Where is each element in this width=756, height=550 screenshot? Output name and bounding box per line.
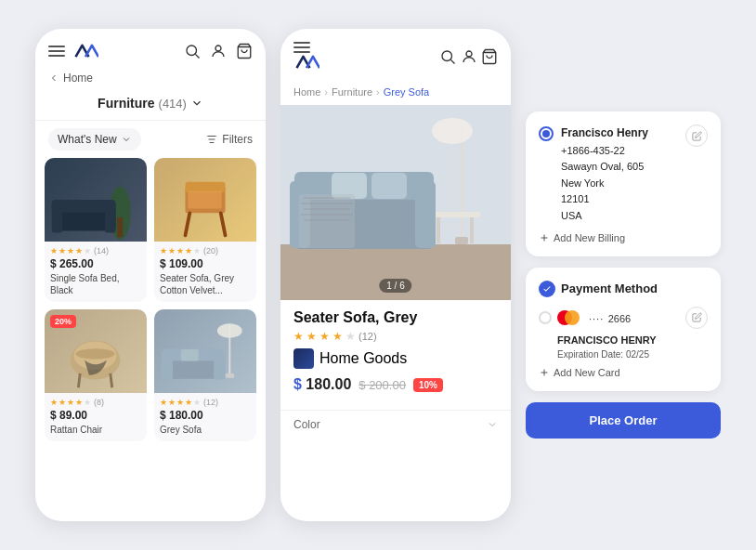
- grey-sofa-illustration: [154, 309, 256, 393]
- back-label: Home: [63, 72, 93, 85]
- category-row[interactable]: Furniture (414): [35, 92, 266, 121]
- color-row[interactable]: Color: [280, 410, 511, 439]
- svg-line-15: [185, 213, 189, 235]
- product-name-2: Seater Sofa, Grey Cotton Velvet...: [160, 272, 251, 296]
- card-number: 2666: [608, 313, 631, 324]
- card-holder-info: FRANCISCO HENRY Expiration Date: 02/25: [539, 334, 708, 360]
- product-name-1: Single Sofa Bed, Black: [50, 272, 141, 296]
- hero-indicator: 1 / 6: [379, 279, 411, 293]
- stars-4: ★ ★ ★ ★ ★ (12): [160, 398, 251, 407]
- place-order-button[interactable]: Place Order: [526, 402, 721, 439]
- filters-button[interactable]: Filters: [205, 133, 253, 146]
- hero-illustration: [280, 105, 511, 300]
- discount-badge-3: 20%: [50, 315, 76, 328]
- detail-stars: ★ ★ ★ ★ ★ (12): [293, 330, 498, 343]
- check-icon: [542, 284, 552, 294]
- plus-icon: [539, 232, 550, 243]
- product-info-4: ★ ★ ★ ★ ★ (12) $ 180.00 Grey Sofa: [154, 393, 256, 441]
- breadcrumb-furniture[interactable]: Furniture: [332, 86, 372, 98]
- back-icon: [48, 72, 59, 84]
- mid-cart-icon[interactable]: [481, 48, 498, 65]
- card-edit-button[interactable]: [685, 307, 708, 329]
- billing-name: Francisco Henry: [561, 124, 648, 142]
- card-radio[interactable]: [539, 311, 552, 324]
- product-card-1[interactable]: ★ ★ ★ ★ ★ (14) $ 265.00 Single Sofa Bed,…: [45, 158, 147, 302]
- billing-address: Sawayn Oval, 605: [561, 159, 648, 176]
- svg-rect-17: [188, 190, 221, 208]
- product-hero: 1 / 6: [280, 105, 511, 300]
- search-icon[interactable]: [184, 43, 201, 59]
- category-label: Furniture: [98, 96, 154, 111]
- svg-point-38: [432, 118, 473, 144]
- breadcrumb-active: Grey Sofa: [384, 86, 430, 98]
- product-image-2: [154, 158, 256, 242]
- product-price-1: $ 265.00: [50, 257, 141, 270]
- product-price-3: $ 89.00: [50, 409, 141, 422]
- price-old: $ 200.00: [358, 378, 406, 392]
- price-new: $ 180.00: [293, 376, 351, 393]
- product-name-3: Rattan Chair: [50, 424, 141, 436]
- svg-rect-12: [105, 203, 115, 233]
- billing-edit-button[interactable]: [685, 124, 708, 147]
- svg-rect-48: [371, 173, 407, 199]
- billing-radio[interactable]: [539, 126, 554, 141]
- edit-icon: [692, 131, 702, 141]
- whats-new-chip[interactable]: What's New: [48, 128, 141, 151]
- mid-icons: [439, 48, 498, 69]
- product-title: Seater Sofa, Grey: [293, 309, 498, 326]
- brand-name: Home Goods: [319, 350, 407, 367]
- card-left: ···· 2666: [539, 309, 631, 326]
- mid-search-icon[interactable]: [439, 48, 456, 65]
- price-row: $ 180.00 $ 200.00 10%: [293, 376, 498, 393]
- billing-header: Francisco Henry +1866-435-22 Sawayn Oval…: [539, 124, 708, 224]
- breadcrumb: Home › Furniture › Grey Sofa: [280, 83, 511, 105]
- product-grid: ★ ★ ★ ★ ★ (14) $ 265.00 Single Sofa Bed,…: [35, 158, 266, 451]
- card-number-row: ···· 2666: [589, 309, 631, 326]
- menu-icon[interactable]: [48, 46, 65, 57]
- color-label: Color: [293, 418, 320, 431]
- svg-point-33: [466, 51, 472, 57]
- svg-rect-25: [226, 373, 235, 378]
- product-card-3[interactable]: 20% ★ ★ ★ ★ ★: [45, 309, 147, 441]
- svg-line-21: [78, 373, 80, 387]
- billing-left: Francisco Henry +1866-435-22 Sawayn Oval…: [539, 124, 648, 224]
- product-price-4: $ 180.00: [160, 409, 251, 422]
- product-card-2[interactable]: ★ ★ ★ ★ ★ (20) $ 109.00 Seater Sofa, Gre…: [154, 158, 256, 302]
- svg-rect-11: [52, 203, 62, 233]
- stars-3: ★ ★ ★ ★ ★ (8): [50, 398, 141, 407]
- svg-point-20: [75, 348, 114, 359]
- add-billing-button[interactable]: Add New Billing: [539, 232, 708, 243]
- back-row[interactable]: Home: [35, 68, 266, 92]
- filters-label: Filters: [222, 133, 253, 146]
- svg-line-1: [195, 54, 199, 58]
- breadcrumb-home[interactable]: Home: [293, 86, 320, 98]
- product-card-4[interactable]: ★ ★ ★ ★ ★ (12) $ 180.00 Grey Sofa: [154, 309, 256, 441]
- product-info-3: ★ ★ ★ ★ ★ (8) $ 89.00 Rattan Chair: [45, 393, 147, 441]
- billing-country: USA: [561, 208, 648, 225]
- mid-menu-icon[interactable]: [293, 42, 319, 53]
- cart-icon[interactable]: [236, 43, 253, 59]
- plus-card-icon: [539, 367, 550, 378]
- billing-zip: 12101: [561, 191, 648, 208]
- svg-line-32: [450, 59, 454, 63]
- discount-badge: 10%: [413, 378, 443, 392]
- card-dots: ····: [589, 313, 604, 324]
- left-logo-area: [48, 42, 98, 60]
- payment-label: Payment Method: [561, 282, 658, 295]
- payment-card: Payment Method ···· 2666: [526, 268, 721, 391]
- mastercard-icon: [557, 309, 583, 326]
- dropdown-icon: [190, 97, 203, 110]
- logo-icon: [72, 42, 98, 60]
- radio-dot: [542, 130, 550, 138]
- check-circle: [539, 281, 555, 297]
- stars-1: ★ ★ ★ ★ ★ (14): [50, 246, 141, 255]
- mid-user-icon[interactable]: [461, 48, 477, 65]
- color-chevron-icon: [487, 419, 498, 430]
- brand-chip: Home Goods: [293, 348, 498, 369]
- product-image-1: [45, 158, 147, 242]
- left-top-bar: [35, 29, 266, 68]
- svg-rect-41: [437, 217, 440, 243]
- add-card-button[interactable]: Add New Card: [539, 367, 708, 378]
- user-icon[interactable]: [210, 43, 227, 59]
- svg-point-0: [187, 46, 197, 56]
